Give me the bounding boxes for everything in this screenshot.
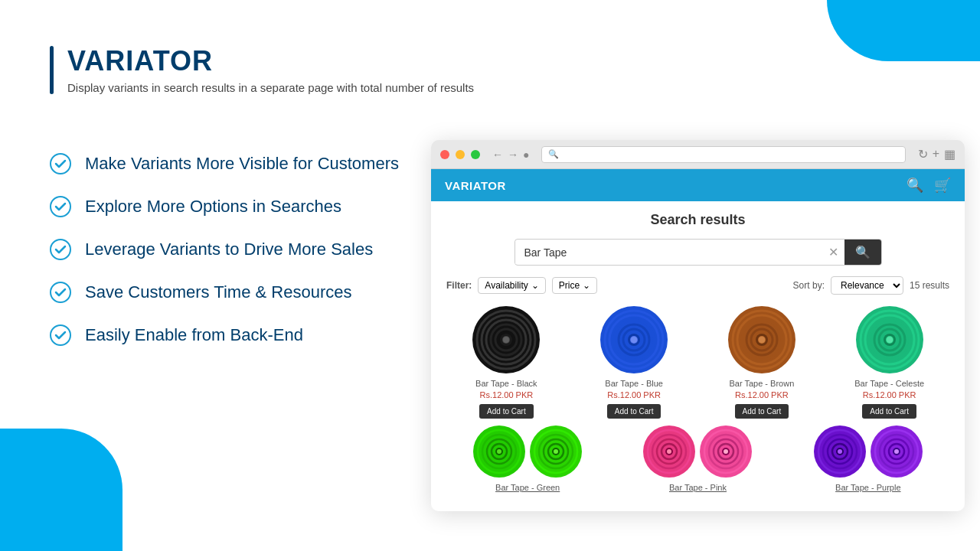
feature-text-1: Make Variants More Visible for Customers xyxy=(85,154,399,174)
svg-point-13 xyxy=(503,337,509,343)
product-card-blue: Bar Tape - Blue Rs.12.00 PKR Add to Cart xyxy=(574,305,694,419)
svg-point-22 xyxy=(631,337,637,343)
availability-label: Availability xyxy=(485,280,528,291)
brand-title: VARIATOR xyxy=(67,46,474,77)
browser-dot-red[interactable] xyxy=(440,150,449,159)
back-icon[interactable]: ← xyxy=(492,148,503,161)
product-img-blue[interactable] xyxy=(599,305,668,374)
results-count: 15 results xyxy=(910,280,949,291)
svg-point-31 xyxy=(759,337,765,343)
forward-icon[interactable]: → xyxy=(508,148,518,161)
svg-point-2 xyxy=(51,240,70,259)
product-card-celeste: Bar Tape - Celeste Rs.12.00 PKR Add to C… xyxy=(829,305,949,419)
svg-point-75 xyxy=(838,449,842,454)
sort-select[interactable]: Relevance xyxy=(831,276,903,295)
product-name-celeste: Bar Tape - Celeste xyxy=(829,379,949,388)
features-list: Make Variants More Visible for Customers… xyxy=(50,153,399,367)
shop-search-icon[interactable]: 🔍 xyxy=(906,177,923,194)
feature-item-2: Explore More Options in Searches xyxy=(50,196,399,217)
shop-content: VARIATOR 🔍 🛒 Search results ✕ 🔍 Filter: … xyxy=(431,169,965,511)
add-tab-icon[interactable]: + xyxy=(933,147,939,161)
product-card-pink: Bar Tape - Pink xyxy=(616,425,779,494)
svg-point-40 xyxy=(887,337,893,343)
svg-point-0 xyxy=(51,154,70,174)
product-grid-row2: Bar Tape - Green xyxy=(446,425,949,494)
check-icon-5 xyxy=(50,324,71,346)
svg-point-68 xyxy=(724,449,728,454)
search-clear-icon[interactable]: ✕ xyxy=(822,245,844,259)
shop-page-title: Search results xyxy=(446,212,949,228)
check-icon-4 xyxy=(50,282,71,303)
shop-nav-right: 🔍 🛒 xyxy=(906,177,951,194)
reload-icon[interactable]: ↻ xyxy=(918,147,928,161)
search-icon: 🔍 xyxy=(548,149,559,159)
product-name-black: Bar Tape - Black xyxy=(446,379,567,388)
add-to-cart-brown[interactable]: Add to Cart xyxy=(735,404,789,419)
add-to-cart-blue[interactable]: Add to Cart xyxy=(607,404,662,419)
header-bar xyxy=(50,46,54,94)
add-to-cart-celeste[interactable]: Add to Cart xyxy=(862,404,916,419)
search-bar[interactable]: ✕ 🔍 xyxy=(514,239,882,266)
search-submit-button[interactable]: 🔍 xyxy=(844,240,881,265)
tape-svg-blue xyxy=(599,305,668,374)
svg-point-82 xyxy=(894,449,899,454)
tape-svg-green1 xyxy=(472,425,526,478)
product-name-green[interactable]: Bar Tape - Green xyxy=(446,483,609,492)
product-name-brown: Bar Tape - Brown xyxy=(702,379,822,388)
feature-text-5: Easily Enable from Back-End xyxy=(85,325,303,345)
tape-svg-purple2 xyxy=(870,425,923,478)
price-chevron: ⌄ xyxy=(583,280,590,291)
product-name-purple[interactable]: Bar Tape - Purple xyxy=(787,483,949,492)
browser-dot-green[interactable] xyxy=(471,150,480,159)
add-to-cart-black[interactable]: Add to Cart xyxy=(479,404,534,419)
tape-svg-pink1 xyxy=(642,425,696,478)
product-img-brown[interactable] xyxy=(727,305,796,374)
product-price-blue: Rs.12.00 PKR xyxy=(574,390,694,399)
copy-icon[interactable]: ▦ xyxy=(944,147,956,161)
feature-text-2: Explore More Options in Searches xyxy=(85,197,341,217)
product-img-celeste[interactable] xyxy=(855,305,924,374)
decorative-blob-top xyxy=(827,0,980,61)
home-icon[interactable]: ● xyxy=(523,148,529,161)
tape-svg-black xyxy=(472,305,541,374)
header: VARIATOR Display variants in search resu… xyxy=(50,46,474,94)
product-card-black: Bar Tape - Black Rs.12.00 PKR Add to Car… xyxy=(446,305,567,419)
shop-cart-icon[interactable]: 🛒 xyxy=(934,177,951,194)
feature-item-3: Leverage Variants to Drive More Sales xyxy=(50,239,399,260)
svg-point-61 xyxy=(667,449,671,454)
search-input[interactable] xyxy=(515,241,822,264)
product-card-green: Bar Tape - Green xyxy=(446,425,609,494)
svg-point-4 xyxy=(51,325,70,345)
decorative-blob-bottom xyxy=(0,429,122,551)
header-content: VARIATOR Display variants in search resu… xyxy=(67,46,474,94)
feature-text-4: Save Customers Time & Resources xyxy=(85,282,351,302)
browser-address-bar[interactable]: 🔍 xyxy=(541,146,905,163)
feature-text-3: Leverage Variants to Drive More Sales xyxy=(85,240,373,259)
product-price-celeste: Rs.12.00 PKR xyxy=(829,390,949,399)
browser-nav-right: ↻ + ▦ xyxy=(918,147,956,161)
product-name-pink[interactable]: Bar Tape - Pink xyxy=(616,483,779,492)
availability-filter[interactable]: Availability ⌄ xyxy=(478,277,545,294)
feature-item-1: Make Variants More Visible for Customers xyxy=(50,153,399,174)
brand-subtitle: Display variants in search results in a … xyxy=(67,81,474,94)
svg-point-3 xyxy=(51,282,70,302)
svg-point-54 xyxy=(554,449,558,454)
sort-label: Sort by: xyxy=(793,280,825,291)
filter-bar: Filter: Availability ⌄ Price ⌄ Sort by: … xyxy=(446,276,949,295)
tape-svg-pink2 xyxy=(699,425,753,478)
product-price-black: Rs.12.00 PKR xyxy=(446,390,567,399)
price-filter[interactable]: Price ⌄ xyxy=(552,277,597,294)
browser-mockup: ← → ● 🔍 ↻ + ▦ VARIATOR 🔍 🛒 Search result… xyxy=(431,140,965,511)
browser-dot-yellow[interactable] xyxy=(456,150,465,159)
tape-svg-green2 xyxy=(529,425,583,478)
tape-svg-celeste xyxy=(855,305,924,374)
sort-section: Sort by: Relevance 15 results xyxy=(793,276,949,295)
svg-point-1 xyxy=(51,197,70,217)
product-img-black[interactable] xyxy=(472,305,541,374)
browser-chrome: ← → ● 🔍 ↻ + ▦ xyxy=(431,140,965,169)
filter-label: Filter: xyxy=(446,280,472,291)
tape-svg-brown xyxy=(727,305,796,374)
price-label: Price xyxy=(559,280,580,291)
shop-header: VARIATOR 🔍 🛒 xyxy=(431,169,965,201)
product-grid-row1: Bar Tape - Black Rs.12.00 PKR Add to Car… xyxy=(446,305,949,419)
